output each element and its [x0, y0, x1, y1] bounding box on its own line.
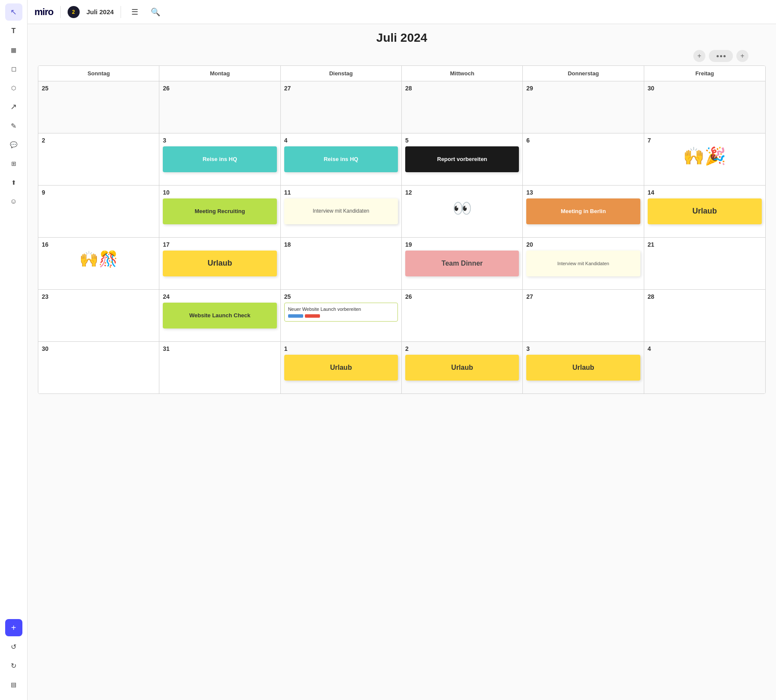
menu-icon[interactable]: ☰ [128, 5, 142, 19]
cell-2-next[interactable]: 2 Urlaub [402, 342, 523, 393]
week-6: 30 31 1 Urlaub 2 Urlaub 3 Ur [38, 342, 765, 393]
day-10: 10 [163, 189, 276, 196]
cell-10[interactable]: 10 Meeting Recruiting [159, 186, 280, 237]
cell-12[interactable]: 12 👀 [402, 186, 523, 237]
sticky-meeting-recruiting[interactable]: Meeting Recruiting [163, 198, 276, 224]
day-25: 25 [284, 293, 398, 300]
cell-7[interactable]: 7 🙌🎉 [644, 133, 765, 185]
frame-tool[interactable]: ⊞ [5, 155, 22, 172]
cell-5[interactable]: 5 Report vorbereiten [402, 133, 523, 185]
calendar-grid: Sonntag Montag Dienstag Mittwoch Donners… [38, 65, 766, 394]
line-tool[interactable]: ↗ [5, 98, 22, 115]
header-donnerstag: Donnerstag [523, 66, 644, 81]
table-tool[interactable]: ▦ [5, 41, 22, 59]
cell-31[interactable]: 31 [159, 342, 280, 393]
add-column-left-button[interactable]: + [693, 50, 705, 62]
redo-button[interactable]: ↻ [5, 657, 22, 674]
cell-19[interactable]: 19 Team Dinner [402, 238, 523, 289]
comment-tool[interactable]: 💬 [5, 136, 22, 153]
cell-27[interactable]: 27 [523, 290, 644, 341]
sticky-reise-hq-3[interactable]: Reise ins HQ [163, 146, 276, 172]
sticky-urlaub-14[interactable]: Urlaub [648, 198, 762, 224]
day-13: 13 [526, 189, 640, 196]
cell-28-prev[interactable]: 28 [402, 81, 523, 133]
cell-30-prev[interactable]: 30 [644, 81, 765, 133]
cell-2[interactable]: 2 [38, 133, 159, 185]
sidebar: ↖ T ▦ ◻ ⬡ ↗ ✎ 💬 ⊞ ⬆ ☺ + ↺ ↻ ▤ [0, 0, 28, 700]
cell-4-next[interactable]: 4 [644, 342, 765, 393]
sticky-urlaub-2-next[interactable]: Urlaub [405, 355, 519, 381]
cell-27-prev[interactable]: 27 [281, 81, 402, 133]
cell-3[interactable]: 3 Reise ins HQ [159, 133, 280, 185]
cell-26-prev[interactable]: 26 [159, 81, 280, 133]
pencil-tool[interactable]: ✎ [5, 117, 22, 134]
cell-9[interactable]: 9 [38, 186, 159, 237]
day-12: 12 [405, 189, 519, 196]
undo-button[interactable]: ↺ [5, 638, 22, 655]
calendar-container: Juli 2024 + + Sonntag Montag Dienstag Mi… [28, 24, 776, 700]
upload-tool[interactable]: ⬆ [5, 174, 22, 191]
dot3 [723, 55, 726, 57]
sticky-tool[interactable]: ◻ [5, 60, 22, 77]
search-icon[interactable]: 🔍 [149, 5, 162, 19]
sticky-report[interactable]: Report vorbereiten [405, 146, 519, 172]
cell-28[interactable]: 28 [644, 290, 765, 341]
layers-button[interactable]: ▤ [5, 676, 22, 693]
cell-16[interactable]: 16 🙌🎊 [38, 238, 159, 289]
sticky-interview-11[interactable]: Interview mit Kandidaten [284, 198, 398, 224]
day-2-next: 2 [405, 345, 519, 352]
day-25-prev: 25 [42, 85, 155, 92]
cell-30[interactable]: 30 [38, 342, 159, 393]
topbar-divider-2 [121, 6, 121, 18]
eyes-icon-12: 👀 [405, 199, 519, 217]
column-options-button[interactable] [709, 50, 733, 62]
task-card-website[interactable]: Neuer Website Launch vorbereiten [284, 303, 398, 322]
day-28-prev: 28 [405, 85, 519, 92]
dot2 [720, 55, 722, 57]
cell-21[interactable]: 21 [644, 238, 765, 289]
sticky-urlaub-3-next[interactable]: Urlaub [526, 355, 640, 381]
task-bar-blue [288, 314, 303, 318]
cell-26[interactable]: 26 [402, 290, 523, 341]
cell-17[interactable]: 17 Urlaub [159, 238, 280, 289]
day-9: 9 [42, 189, 155, 196]
celebration-icon-7: 🙌🎉 [648, 147, 762, 164]
emoji-tool[interactable]: ☺ [5, 193, 22, 210]
day-20: 20 [526, 241, 640, 248]
cell-23[interactable]: 23 [38, 290, 159, 341]
sticky-meeting-berlin[interactable]: Meeting in Berlin [526, 198, 640, 224]
cell-14[interactable]: 14 Urlaub [644, 186, 765, 237]
cell-25[interactable]: 25 Neuer Website Launch vorbereiten [281, 290, 402, 341]
dot1 [717, 55, 719, 57]
topbar: miro 2 Juli 2024 ☰ 🔍 [28, 0, 776, 24]
day-4-next: 4 [648, 345, 762, 352]
cell-29-prev[interactable]: 29 [523, 81, 644, 133]
calendar-body: 25 26 27 28 29 30 [38, 81, 765, 393]
sticky-website-launch-check[interactable]: Website Launch Check [163, 303, 276, 328]
cell-13[interactable]: 13 Meeting in Berlin [523, 186, 644, 237]
cell-6[interactable]: 6 [523, 133, 644, 185]
sticky-team-dinner[interactable]: Team Dinner [405, 251, 519, 276]
cell-11[interactable]: 11 Interview mit Kandidaten [281, 186, 402, 237]
sticky-interview-20[interactable]: Interview mit Kandidaten [526, 251, 640, 276]
text-tool[interactable]: T [5, 22, 22, 40]
week-2: 2 3 Reise ins HQ 4 Reise ins HQ 5 Report… [38, 133, 765, 186]
shield-number: 2 [72, 9, 75, 15]
cell-25-prev[interactable]: 25 [38, 81, 159, 133]
cell-24[interactable]: 24 Website Launch Check [159, 290, 280, 341]
cursor-tool[interactable]: ↖ [5, 3, 22, 21]
shapes-tool[interactable]: ⬡ [5, 79, 22, 96]
sticky-urlaub-17[interactable]: Urlaub [163, 251, 276, 276]
add-column-right-button[interactable]: + [736, 50, 748, 62]
sticky-reise-hq-4[interactable]: Reise ins HQ [284, 146, 398, 172]
cell-18[interactable]: 18 [281, 238, 402, 289]
cell-4[interactable]: 4 Reise ins HQ [281, 133, 402, 185]
day-18: 18 [284, 241, 398, 248]
add-button[interactable]: + [5, 619, 22, 636]
cell-20[interactable]: 20 Interview mit Kandidaten [523, 238, 644, 289]
day-24: 24 [163, 293, 276, 300]
day-28: 28 [648, 293, 762, 300]
cell-1-next[interactable]: 1 Urlaub [281, 342, 402, 393]
sticky-urlaub-1-next[interactable]: Urlaub [284, 355, 398, 381]
cell-3-next[interactable]: 3 Urlaub [523, 342, 644, 393]
